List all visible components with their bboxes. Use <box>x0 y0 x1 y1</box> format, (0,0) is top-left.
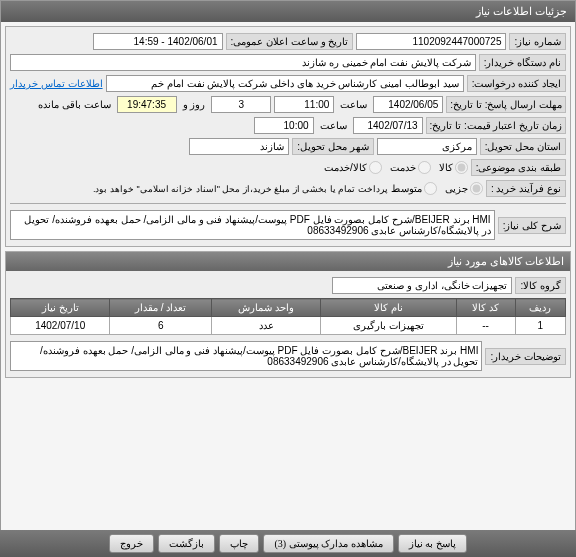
delivery-state-label: استان محل تحویل: <box>480 138 566 155</box>
details-section: شماره نیاز: 1102092447000725 تاریخ و ساع… <box>5 26 571 247</box>
need-no-label: شماره نیاز: <box>509 33 566 50</box>
radio-minor-label: جزیی <box>445 183 468 194</box>
cell-qty: 6 <box>110 317 212 335</box>
subject-type-label: طبقه بندی موضوعی: <box>471 159 566 176</box>
bottom-bar: پاسخ به نیاز مشاهده مدارک پیوستی (3) چاپ… <box>0 530 576 557</box>
buyer-org-label: نام دستگاه خریدار: <box>479 54 566 71</box>
attachments-button[interactable]: مشاهده مدارک پیوستی (3) <box>263 534 393 553</box>
deadline-label: مهلت ارسال پاسخ: تا تاریخ: <box>446 96 566 113</box>
th-code: کد کالا <box>456 299 515 317</box>
delivery-city: شازند <box>189 138 289 155</box>
window-title: جزئیات اطلاعات نیاز <box>1 1 575 22</box>
announce-label: تاریخ و ساعت اعلان عمومی: <box>226 33 354 50</box>
radio-service-label: خدمت <box>390 162 416 173</box>
radio-both-label: کالا/خدمت <box>324 162 367 173</box>
deadline-date: 1402/06/05 <box>373 96 443 113</box>
need-no-field: 1102092447000725 <box>356 33 506 50</box>
remain-day-label: روز و <box>180 97 209 112</box>
subject-type-group: کالا خدمت کالا/خدمت <box>324 161 468 174</box>
cell-unit: عدد <box>211 317 320 335</box>
remain-time: 19:47:35 <box>117 96 177 113</box>
time-label-1: ساعت <box>337 97 370 112</box>
respond-button[interactable]: پاسخ به نیاز <box>398 534 467 553</box>
goods-section-header: اطلاعات کالاهای مورد نیاز <box>6 252 570 271</box>
goods-group: تجهیزات خانگی، اداری و صنعتی <box>332 277 512 294</box>
radio-both <box>369 161 382 174</box>
validity-date: 1402/07/13 <box>353 117 423 134</box>
delivery-state: مرکزی <box>377 138 477 155</box>
window: جزئیات اطلاعات نیاز شماره نیاز: 11020924… <box>0 0 576 557</box>
table-row[interactable]: 1 -- تجهیزات بارگیری عدد 6 1402/07/10 <box>11 317 566 335</box>
buyer-notes-label: توضیحات خریدار: <box>485 348 566 365</box>
delivery-city-label: شهر محل تحویل: <box>292 138 373 155</box>
desc-text: HMI برند BEIJER/شرح کامل بصورت فایل PDF … <box>10 210 495 240</box>
radio-goods-label: کالا <box>439 162 453 173</box>
table-header-row: ردیف کد کالا نام کالا واحد شمارش تعداد /… <box>11 299 566 317</box>
th-unit: واحد شمارش <box>211 299 320 317</box>
cell-row: 1 <box>515 317 565 335</box>
print-button[interactable]: چاپ <box>219 534 259 553</box>
divider <box>10 203 566 204</box>
remain-days: 3 <box>211 96 271 113</box>
radio-medium-label: متوسط <box>391 183 422 194</box>
announce-field: 1402/06/01 - 14:59 <box>93 33 223 50</box>
th-name: نام کالا <box>321 299 456 317</box>
th-qty: تعداد / مقدار <box>110 299 212 317</box>
th-row: ردیف <box>515 299 565 317</box>
purchase-type-label: نوع فرآیند خرید : <box>486 180 566 197</box>
th-date: تاریخ نیاز <box>11 299 110 317</box>
buyer-org-field: شرکت پالایش نفت امام خمینی ره شازند <box>10 54 476 71</box>
cell-date: 1402/07/10 <box>11 317 110 335</box>
radio-goods <box>455 161 468 174</box>
desc-label: شرح کلی نیاز: <box>498 217 566 234</box>
goods-section: اطلاعات کالاهای مورد نیاز گروه کالا: تجه… <box>5 251 571 378</box>
buyer-notes: HMI برند BEIJER/شرح کامل بصورت فایل PDF … <box>10 341 482 371</box>
purchase-type-group: جزیی متوسط <box>391 182 483 195</box>
requester-label: ایجاد کننده درخواست: <box>467 75 566 92</box>
radio-medium <box>424 182 437 195</box>
validity-label: زمان تاریخ اعتبار قیمت: تا تاریخ: <box>426 117 566 134</box>
back-button[interactable]: بازگشت <box>158 534 215 553</box>
goods-group-label: گروه کالا: <box>515 277 566 294</box>
cell-code: -- <box>456 317 515 335</box>
requester-field: سید ابوطالب امینی کارشناس خرید های داخلی… <box>106 75 464 92</box>
deadline-time: 11:00 <box>274 96 334 113</box>
exit-button[interactable]: خروج <box>109 534 154 553</box>
contact-link[interactable]: اطلاعات تماس خریدار <box>10 78 103 89</box>
cell-name: تجهیزات بارگیری <box>321 317 456 335</box>
validity-time: 10:00 <box>254 117 314 134</box>
goods-table: ردیف کد کالا نام کالا واحد شمارش تعداد /… <box>10 298 566 335</box>
purchase-note: پرداخت تمام یا بخشی از مبلغ خرید،از محل … <box>93 184 388 194</box>
radio-service <box>418 161 431 174</box>
remain-suffix: ساعت باقی مانده <box>35 97 114 112</box>
time-label-2: ساعت <box>317 118 350 133</box>
radio-minor <box>470 182 483 195</box>
